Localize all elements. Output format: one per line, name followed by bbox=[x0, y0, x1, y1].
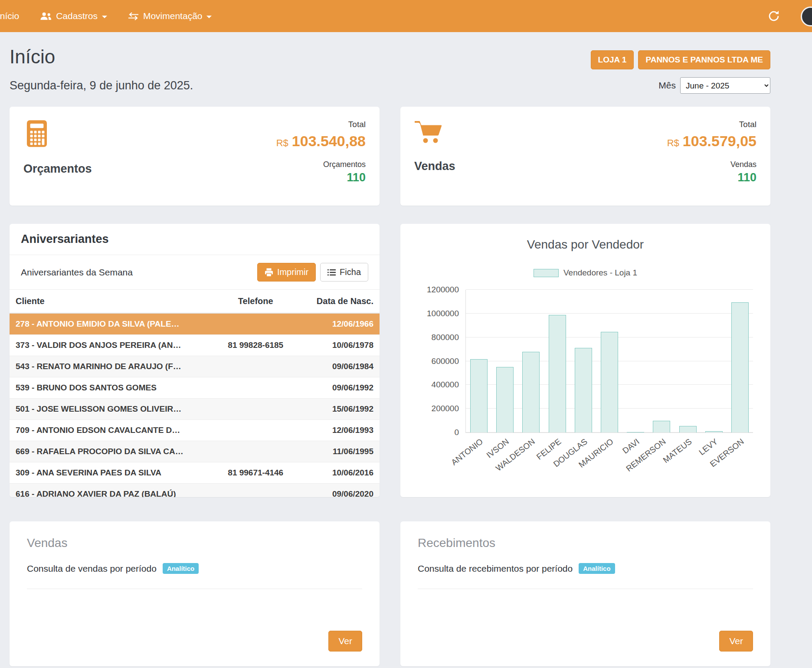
table-row[interactable]: 278 - ANTONIO EMIDIO DA SILVA (PALE…12/0… bbox=[10, 313, 380, 335]
cell-cliente: 501 - JOSE WELISSON GOMES OLIVEIR… bbox=[10, 399, 210, 420]
store-button[interactable]: LOJA 1 bbox=[591, 50, 634, 69]
y-axis-tick: 800000 bbox=[432, 333, 459, 342]
total-label: Total bbox=[276, 120, 366, 129]
analitico-badge: Analítico bbox=[163, 563, 199, 574]
chevron-down-icon bbox=[102, 16, 107, 18]
birthdays-table: Cliente Telefone Data de Nasc. 278 - ANT… bbox=[10, 290, 380, 497]
x-axis-label: MATEUS bbox=[661, 437, 694, 465]
cell-cliente: 539 - BRUNO DOS SANTOS GOMES bbox=[10, 377, 210, 399]
orcamentos-count-label: Orçamentos bbox=[276, 160, 366, 169]
y-axis-tick: 1000000 bbox=[427, 309, 459, 318]
orcamentos-title: Orçamentos bbox=[23, 162, 92, 176]
bar-douglas[interactable] bbox=[575, 348, 592, 432]
cell-telefone bbox=[210, 377, 302, 399]
cell-cliente: 709 - ANTONIO EDSON CAVALCANTE D… bbox=[10, 420, 210, 441]
vendas-panel-text: Consulta de vendas por período bbox=[27, 563, 157, 574]
cell-nascimento: 09/06/2020 bbox=[302, 484, 380, 498]
aniversariantes-card: Aniversariantes Aniversariantes da Seman… bbox=[10, 224, 380, 497]
nav-item-cadastros[interactable]: Cadastros bbox=[29, 0, 118, 32]
bar-waldeson[interactable] bbox=[522, 352, 540, 432]
nav-item-inicio[interactable]: Início bbox=[0, 0, 29, 32]
current-date: Segunda-feira, 9 de junho de 2025. bbox=[10, 79, 193, 92]
column-header-telefone: Telefone bbox=[210, 290, 302, 313]
recebimentos-panel-text: Consulta de recebimentos por período bbox=[418, 563, 573, 574]
aniversariantes-subtitle: Aniversariantes da Semana bbox=[21, 267, 133, 278]
avatar[interactable] bbox=[801, 7, 812, 26]
page-title: Início bbox=[10, 46, 55, 68]
vendas-panel: Vendas Consulta de vendas por período An… bbox=[10, 521, 380, 666]
legend-swatch-icon bbox=[534, 269, 559, 277]
bar-mauricio[interactable] bbox=[601, 332, 618, 432]
bar-felipe[interactable] bbox=[549, 315, 566, 432]
y-axis-tick: 400000 bbox=[432, 380, 459, 390]
y-axis-tick: 1200000 bbox=[427, 285, 459, 295]
ficha-button[interactable]: Ficha bbox=[320, 263, 368, 282]
nav-item-movimentacao[interactable]: Movimentação bbox=[118, 0, 223, 32]
orcamentos-card: Orçamentos Total R$103.540,88 Orçamentos… bbox=[10, 107, 380, 206]
ver-recebimentos-button[interactable]: Ver bbox=[719, 631, 753, 652]
total-label: Total bbox=[667, 120, 756, 129]
vendas-total-value: 103.579,05 bbox=[683, 133, 756, 149]
company-button[interactable]: PANNOS E PANNOS LTDA ME bbox=[638, 50, 770, 69]
table-row[interactable]: 669 - RAFAELA PROCOPIO DA SILVA CA…11/06… bbox=[10, 441, 380, 462]
y-axis-tick: 600000 bbox=[432, 357, 459, 366]
table-row[interactable]: 373 - VALDIR DOS ANJOS PEREIRA (AN…81 99… bbox=[10, 335, 380, 356]
top-navbar: Início Cadastros Movimentação bbox=[0, 0, 812, 32]
vendas-panel-title: Vendas bbox=[27, 536, 362, 550]
bar-remerson[interactable] bbox=[653, 421, 670, 432]
cell-telefone bbox=[210, 484, 302, 498]
cell-cliente: 309 - ANA SEVERINA PAES DA SILVA bbox=[10, 462, 210, 484]
analitico-badge: Analítico bbox=[579, 563, 615, 574]
bar-everson[interactable] bbox=[731, 302, 749, 432]
table-row[interactable]: 543 - RENATO MARINHO DE ARAUJO (F…09/06/… bbox=[10, 356, 380, 377]
x-axis-label: ANTONIO bbox=[449, 437, 485, 467]
cell-telefone bbox=[210, 399, 302, 420]
table-row[interactable]: 309 - ANA SEVERINA PAES DA SILVA81 99671… bbox=[10, 462, 380, 484]
cell-cliente: 373 - VALDIR DOS ANJOS PEREIRA (AN… bbox=[10, 335, 210, 356]
column-header-cliente: Cliente bbox=[10, 290, 210, 313]
chart-title: Vendas por Vendedor bbox=[400, 238, 770, 252]
table-row[interactable]: 539 - BRUNO DOS SANTOS GOMES09/06/1992 bbox=[10, 377, 380, 399]
cell-cliente: 278 - ANTONIO EMIDIO DA SILVA (PALE… bbox=[10, 313, 210, 335]
bar-davi[interactable] bbox=[627, 432, 644, 432]
bar-antonio[interactable] bbox=[470, 359, 488, 432]
cell-telefone bbox=[210, 356, 302, 377]
bar-ivson[interactable] bbox=[496, 367, 514, 432]
bar-chart: 020000040000060000080000010000001200000A… bbox=[465, 290, 753, 433]
cell-nascimento: 09/06/1984 bbox=[302, 356, 380, 377]
y-axis-tick: 0 bbox=[454, 428, 459, 437]
currency-symbol: R$ bbox=[667, 138, 679, 148]
cell-telefone: 81 99828-6185 bbox=[210, 335, 302, 356]
month-select[interactable]: June - 2025 bbox=[680, 77, 770, 94]
cell-nascimento: 10/06/2016 bbox=[302, 462, 380, 484]
nav-cadastros-label: Cadastros bbox=[56, 11, 98, 21]
ver-vendas-button[interactable]: Ver bbox=[328, 631, 362, 652]
refresh-button[interactable] bbox=[762, 10, 786, 22]
recebimentos-panel-title: Recebimentos bbox=[418, 536, 753, 550]
nav-inicio-label: Início bbox=[0, 11, 19, 21]
bar-mateus[interactable] bbox=[679, 426, 697, 432]
cell-telefone bbox=[210, 441, 302, 462]
table-row[interactable]: 616 - ADRIANO XAVIER DA PAZ (BALAÚ)09/06… bbox=[10, 484, 380, 498]
print-button[interactable]: Imprimir bbox=[257, 263, 316, 282]
cell-cliente: 543 - RENATO MARINHO DE ARAUJO (F… bbox=[10, 356, 210, 377]
x-axis-label: LEVY bbox=[697, 437, 720, 457]
cell-telefone: 81 99671-4146 bbox=[210, 462, 302, 484]
print-button-label: Imprimir bbox=[277, 267, 308, 277]
x-axis-label: DAVI bbox=[621, 437, 641, 456]
cell-nascimento: 09/06/1992 bbox=[302, 377, 380, 399]
vendas-title: Vendas bbox=[414, 160, 455, 173]
table-row[interactable]: 501 - JOSE WELISSON GOMES OLIVEIR…15/06/… bbox=[10, 399, 380, 420]
cell-nascimento: 12/06/1993 bbox=[302, 420, 380, 441]
vendas-por-vendedor-card: Vendas por Vendedor Vendedores - Loja 1 … bbox=[400, 224, 770, 497]
legend-label: Vendedores - Loja 1 bbox=[563, 268, 637, 278]
table-row[interactable]: 709 - ANTONIO EDSON CAVALCANTE D…12/06/1… bbox=[10, 420, 380, 441]
chart-legend[interactable]: Vendedores - Loja 1 bbox=[400, 268, 770, 278]
cell-cliente: 616 - ADRIANO XAVIER DA PAZ (BALAÚ) bbox=[10, 484, 210, 498]
recebimentos-panel: Recebimentos Consulta de recebimentos po… bbox=[400, 521, 770, 666]
month-label: Mês bbox=[658, 80, 676, 91]
bar-levy[interactable] bbox=[705, 431, 723, 432]
cell-nascimento: 15/06/1992 bbox=[302, 399, 380, 420]
cell-nascimento: 12/06/1966 bbox=[302, 313, 380, 335]
users-icon bbox=[40, 12, 52, 21]
